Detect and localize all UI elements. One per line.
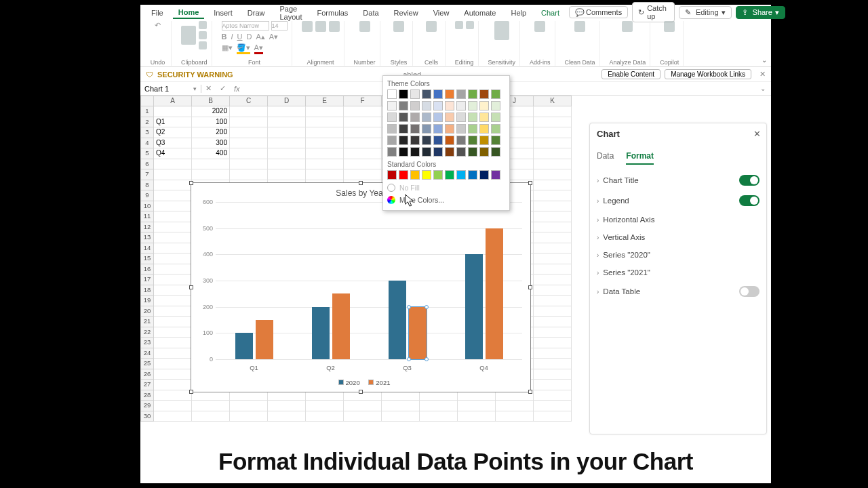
color-swatch[interactable] [479,136,489,145]
col-header[interactable]: F [344,96,382,106]
col-header[interactable]: E [306,96,344,106]
cells-icon[interactable] [426,21,437,32]
row-header[interactable]: 16 [140,264,154,275]
row-header[interactable]: 24 [140,348,154,359]
tab-file[interactable]: File [146,7,169,18]
color-swatch[interactable] [399,124,408,134]
cell[interactable] [154,317,192,327]
color-swatch[interactable] [468,89,477,99]
cell[interactable] [344,148,382,159]
color-swatch[interactable] [433,147,443,157]
cell[interactable] [534,285,572,296]
chart-bar[interactable] [332,293,350,359]
cell[interactable] [154,106,192,117]
cell[interactable] [496,401,534,411]
color-swatch[interactable] [445,170,454,180]
color-swatch[interactable] [479,124,489,134]
color-swatch[interactable] [410,124,420,134]
cell[interactable] [268,411,306,422]
cell[interactable] [230,117,268,128]
row-header[interactable]: 25 [140,359,154,369]
cell[interactable] [306,401,344,411]
font-grow-icon[interactable]: A▴ [256,33,264,41]
toggle[interactable] [739,195,760,206]
color-swatch[interactable] [491,147,500,157]
cell[interactable] [344,411,382,422]
color-swatch[interactable] [468,147,477,157]
cell[interactable] [154,232,192,243]
color-swatch[interactable] [433,170,443,180]
color-swatch[interactable] [422,147,431,157]
cell[interactable] [154,201,192,212]
cell[interactable] [230,127,268,138]
cell[interactable] [306,148,344,159]
cell[interactable] [154,253,192,264]
row-header[interactable]: 30 [140,411,154,422]
cell[interactable] [534,106,572,117]
color-swatch[interactable] [387,124,397,134]
cell[interactable] [534,127,572,138]
pane-row[interactable]: ›Vertical Axis [597,228,760,246]
color-swatch[interactable] [410,89,420,99]
cell[interactable] [154,159,192,170]
cell[interactable] [344,138,382,149]
cell[interactable] [230,411,268,422]
cell[interactable] [534,201,572,212]
color-swatch[interactable] [387,147,397,157]
row-header[interactable]: 23 [140,338,154,348]
align-icon[interactable] [302,21,313,32]
cell[interactable] [230,138,268,149]
cell[interactable]: 300 [192,138,230,149]
ribbon-collapse-icon[interactable]: ⌄ [762,56,767,64]
cell[interactable] [154,401,192,411]
strike-button[interactable]: D [247,33,252,41]
tab-home[interactable]: Home [173,6,205,19]
cell[interactable] [344,106,382,117]
color-swatch[interactable] [422,113,431,122]
cell[interactable] [382,401,420,411]
cell[interactable] [154,306,192,317]
accept-formula-icon[interactable]: ✓ [216,84,230,93]
color-swatch[interactable] [456,170,466,180]
cell[interactable] [534,159,572,170]
cell[interactable] [534,180,572,191]
cell[interactable] [496,411,534,422]
manage-links-button[interactable]: Manage Workbook Links [665,69,751,79]
color-swatch[interactable] [387,89,397,99]
row-header[interactable]: 18 [140,285,154,296]
cell[interactable] [534,317,572,327]
editing-dropdown[interactable]: ✎Editing▾ [679,6,732,19]
merge-icon[interactable] [329,21,340,32]
cell[interactable] [534,264,572,275]
cell[interactable] [154,369,192,380]
color-swatch[interactable] [422,124,431,134]
cell[interactable] [344,169,382,180]
color-swatch[interactable] [433,124,443,134]
tab-view[interactable]: View [428,7,455,18]
cell[interactable]: 2020 [192,106,230,117]
color-swatch[interactable] [491,124,500,134]
cell[interactable] [268,138,306,149]
cell[interactable]: Q2 [154,127,192,138]
paste-icon[interactable] [181,26,196,45]
row-header[interactable]: 19 [140,296,154,306]
chart-bar[interactable] [312,307,330,359]
format-painter-icon[interactable] [199,41,207,49]
tab-draw[interactable]: Draw [242,7,271,18]
col-header[interactable]: K [534,96,572,106]
cell[interactable] [534,253,572,264]
close-icon[interactable]: ✕ [753,129,761,139]
cell[interactable] [534,169,572,180]
cell[interactable]: Q1 [154,117,192,128]
number-format-icon[interactable] [359,21,370,32]
color-swatch[interactable] [479,101,489,110]
color-swatch[interactable] [456,147,466,157]
color-swatch[interactable] [422,136,431,145]
cell[interactable] [268,401,306,411]
pane-row[interactable]: ›Chart Title [597,170,760,190]
cell[interactable] [268,148,306,159]
no-fill-option[interactable]: No Fill [387,182,505,194]
border-icon[interactable]: ▦▾ [222,43,233,54]
cell[interactable] [534,401,572,411]
tab-insert[interactable]: Insert [208,7,238,18]
